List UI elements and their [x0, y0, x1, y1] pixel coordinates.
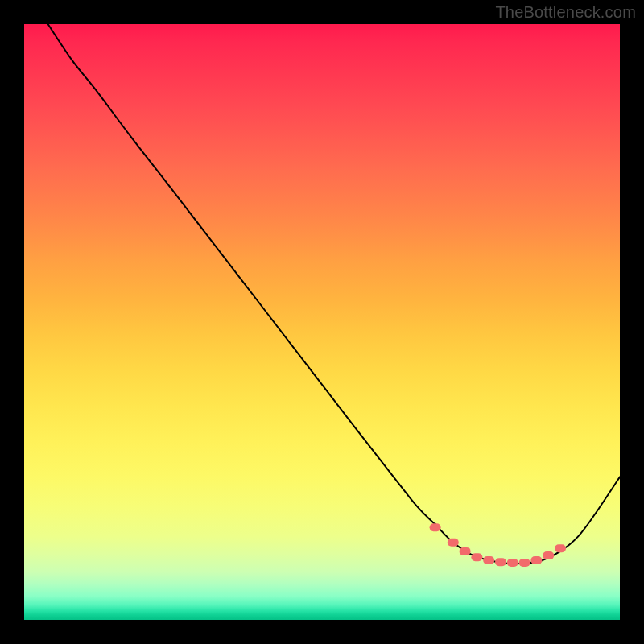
highlight-marker — [430, 523, 441, 531]
highlight-marker — [519, 559, 530, 567]
highlight-marker — [507, 559, 518, 567]
highlight-marker — [448, 539, 459, 547]
watermark-text: TheBottleneck.com — [495, 3, 636, 22]
bottleneck-curve-line — [48, 24, 620, 564]
chart-svg — [24, 24, 620, 620]
highlight-marker — [460, 547, 471, 555]
chart-container: TheBottleneck.com — [0, 0, 644, 644]
plot-area — [24, 24, 620, 620]
highlight-marker — [483, 556, 494, 564]
highlight-marker — [555, 544, 566, 552]
highlight-marker — [543, 551, 554, 559]
highlight-marker — [530, 556, 542, 564]
highlight-marker — [495, 558, 506, 566]
highlight-markers — [430, 523, 566, 567]
highlight-marker — [471, 553, 482, 561]
